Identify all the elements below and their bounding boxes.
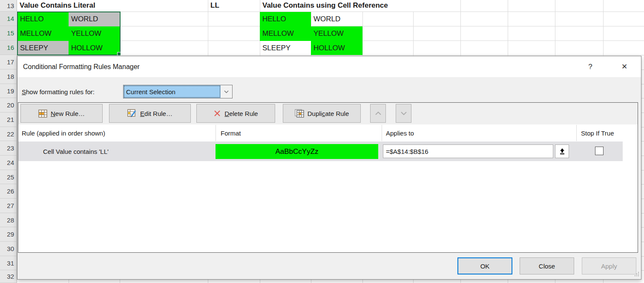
row-header-25[interactable]: 25	[0, 170, 17, 184]
cell-e16[interactable]: SLEEPY	[260, 41, 311, 55]
applies-to-input[interactable]: =$A$14:$B$16	[383, 144, 553, 158]
row-header-24[interactable]: 24	[0, 156, 17, 170]
rules-toolbar: New Rule… Edit Rule…	[18, 103, 638, 124]
gridline-h	[17, 55, 644, 55]
header-value-contains-cell-reference: Value Contains using Cell Reference	[262, 0, 388, 11]
row-header-21[interactable]: 21	[0, 113, 17, 127]
row-header-17[interactable]: 17	[0, 55, 17, 69]
cell-e15[interactable]: MELLOW	[260, 26, 311, 41]
column-header-stop-if-true: Stop If True	[581, 125, 614, 141]
cell-f15[interactable]: YELLOW	[311, 26, 362, 41]
range-picker-button[interactable]	[555, 144, 569, 158]
row-header-23[interactable]: 23	[0, 141, 17, 156]
row-header-20[interactable]: 20	[0, 98, 17, 113]
table-pencil-icon	[127, 109, 137, 118]
table-icon	[38, 110, 47, 118]
conditional-formatting-rules-manager-dialog: Conditional Formatting Rules Manager ? ✕…	[17, 56, 641, 280]
cell-f16[interactable]: HOLLOW	[311, 41, 362, 55]
header-value-contains-literal: Value Contains Literal	[20, 0, 95, 11]
row-header-30[interactable]: 30	[0, 242, 17, 256]
chevron-down-icon[interactable]	[221, 85, 232, 98]
row-header-13[interactable]: 13	[0, 0, 17, 12]
apply-button: Apply	[582, 257, 636, 274]
row-header-29[interactable]: 29	[0, 227, 17, 242]
row-header-22[interactable]: 22	[0, 127, 17, 141]
close-button[interactable]: Close	[520, 257, 574, 274]
ok-button[interactable]: OK	[457, 257, 512, 274]
column-separator	[576, 125, 577, 141]
cell-b16[interactable]: HOLLOW	[69, 41, 120, 55]
row-header-19[interactable]: 19	[0, 84, 17, 98]
cell-b15[interactable]: YELLOW	[69, 26, 120, 41]
column-header-applies-to: Applies to	[386, 125, 414, 141]
collapse-dialog-icon	[559, 148, 565, 155]
red-x-icon	[213, 110, 221, 117]
duplicate-table-icon	[295, 109, 304, 118]
dialog-title: Conditional Formatting Rules Manager	[23, 56, 140, 77]
edit-rule-button[interactable]: Edit Rule…	[109, 104, 191, 123]
combobox-selected-value[interactable]: Current Selection	[124, 85, 221, 98]
stop-if-true-checkbox[interactable]	[595, 147, 604, 155]
rule-row[interactable]: Cell Value contains 'LL' AaBbCcYyZz =$A$…	[18, 142, 623, 161]
row-header-column: 13 14 15 16 17 18 19 20 21 22 23 24 25 2…	[0, 0, 17, 283]
chevron-up-icon	[375, 112, 381, 115]
duplicate-rule-button[interactable]: Duplicate Rule	[283, 104, 361, 123]
excel-screen: 13 14 15 16 17 18 19 20 21 22 23 24 25 2…	[0, 0, 644, 283]
column-header-format: Format	[221, 125, 241, 141]
dialog-titlebar[interactable]: Conditional Formatting Rules Manager ? ✕	[17, 56, 641, 77]
row-header-27[interactable]: 27	[0, 199, 17, 213]
column-header-rule: Rule (applied in order shown)	[22, 125, 105, 141]
cell-a14[interactable]: HELLO	[17, 12, 69, 26]
row-header-15[interactable]: 15	[0, 26, 17, 40]
row-header-31[interactable]: 31	[0, 256, 17, 270]
cell-b14[interactable]: WORLD	[69, 12, 120, 26]
rules-list-group: New Rule… Edit Rule…	[18, 102, 638, 253]
move-rule-down-button[interactable]	[396, 104, 411, 123]
row-header-32[interactable]: 32	[0, 270, 17, 283]
delete-rule-button[interactable]: Delete Rule	[196, 104, 275, 123]
show-rules-for-combobox[interactable]: Current Selection	[123, 85, 233, 98]
row-header-26[interactable]: 26	[0, 184, 17, 199]
cell-d13-ll[interactable]: LL	[210, 0, 219, 11]
row-header-18[interactable]: 18	[0, 69, 17, 84]
cell-f14[interactable]: WORLD	[311, 12, 362, 26]
chevron-down-icon	[401, 112, 407, 115]
row-header-28[interactable]: 28	[0, 213, 17, 227]
rule-description: Cell Value contains 'LL'	[43, 142, 109, 161]
move-rule-up-button[interactable]	[370, 104, 386, 123]
format-preview: AaBbCcYyZz	[216, 144, 378, 159]
new-rule-button[interactable]: New Rule…	[20, 104, 103, 123]
close-icon[interactable]: ✕	[615, 56, 634, 77]
help-button[interactable]: ?	[583, 56, 598, 77]
resize-grip[interactable]	[634, 271, 639, 278]
cell-e14[interactable]: HELLO	[260, 12, 311, 26]
column-separator	[382, 125, 382, 141]
show-formatting-rules-label: Show formatting rules for:	[22, 85, 95, 98]
cell-a16[interactable]: SLEEPY	[17, 41, 69, 55]
row-header-14[interactable]: 14	[0, 12, 17, 26]
cell-a15[interactable]: MELLOW	[17, 26, 69, 41]
row-header-16[interactable]: 16	[0, 40, 17, 55]
column-separator	[216, 125, 216, 141]
